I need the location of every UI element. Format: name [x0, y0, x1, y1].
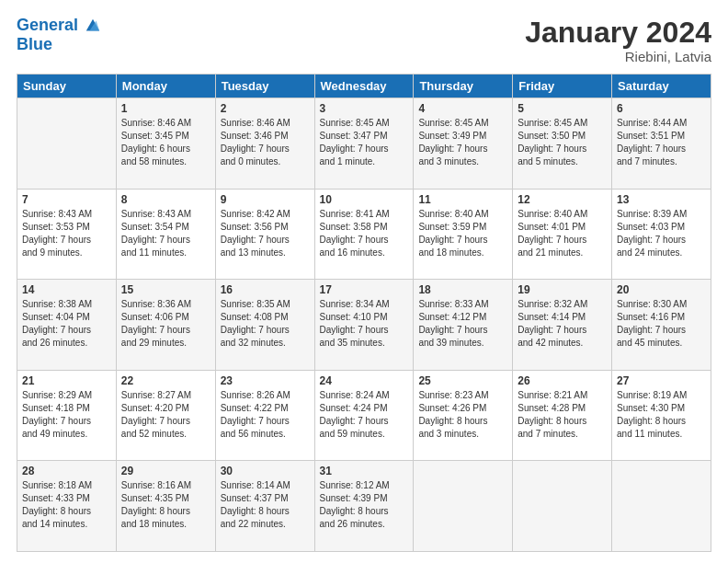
calendar-cell: 23Sunrise: 8:26 AMSunset: 4:22 PMDayligh… — [215, 370, 314, 461]
subtitle: Riebini, Latvia — [525, 49, 711, 64]
day-info: Sunrise: 8:18 AMSunset: 4:33 PMDaylight:… — [22, 479, 111, 531]
logo: General Blue — [17, 17, 101, 54]
day-info: Sunrise: 8:33 AMSunset: 4:12 PMDaylight:… — [418, 298, 507, 350]
day-number: 23 — [221, 374, 310, 387]
day-number: 24 — [320, 374, 409, 387]
calendar-cell: 1Sunrise: 8:46 AMSunset: 3:45 PMDaylight… — [116, 98, 215, 190]
calendar-cell: 29Sunrise: 8:16 AMSunset: 4:35 PMDayligh… — [116, 461, 215, 552]
calendar-cell: 27Sunrise: 8:19 AMSunset: 4:30 PMDayligh… — [612, 370, 711, 461]
calendar-cell: 3Sunrise: 8:45 AMSunset: 3:47 PMDaylight… — [314, 98, 414, 190]
calendar-cell — [17, 98, 117, 190]
day-info: Sunrise: 8:45 AMSunset: 3:50 PMDaylight:… — [518, 117, 607, 168]
day-number: 28 — [22, 465, 111, 477]
day-number: 13 — [617, 193, 706, 206]
day-info: Sunrise: 8:24 AMSunset: 4:24 PMDaylight:… — [320, 389, 409, 441]
day-info: Sunrise: 8:39 AMSunset: 4:03 PMDaylight:… — [617, 208, 706, 259]
calendar-cell: 28Sunrise: 8:18 AMSunset: 4:33 PMDayligh… — [17, 461, 117, 552]
logo-blue: Blue — [17, 35, 101, 54]
calendar-cell: 10Sunrise: 8:41 AMSunset: 3:58 PMDayligh… — [314, 189, 414, 280]
day-info: Sunrise: 8:21 AMSunset: 4:28 PMDaylight:… — [518, 389, 607, 441]
day-number: 19 — [518, 283, 607, 296]
week-row-5: 28Sunrise: 8:18 AMSunset: 4:33 PMDayligh… — [17, 461, 711, 552]
column-header-wednesday: Wednesday — [314, 75, 414, 98]
day-info: Sunrise: 8:29 AMSunset: 4:18 PMDaylight:… — [22, 389, 111, 441]
day-info: Sunrise: 8:46 AMSunset: 3:45 PMDaylight:… — [121, 117, 210, 168]
calendar-cell — [612, 461, 711, 552]
day-number: 21 — [22, 374, 111, 387]
day-number: 16 — [221, 283, 310, 296]
calendar-cell: 25Sunrise: 8:23 AMSunset: 4:26 PMDayligh… — [414, 370, 513, 461]
calendar: SundayMondayTuesdayWednesdayThursdayFrid… — [17, 74, 711, 552]
day-number: 6 — [617, 102, 706, 115]
day-info: Sunrise: 8:30 AMSunset: 4:16 PMDaylight:… — [617, 298, 706, 350]
day-number: 20 — [617, 283, 706, 296]
calendar-cell: 21Sunrise: 8:29 AMSunset: 4:18 PMDayligh… — [17, 370, 117, 461]
day-number: 9 — [221, 193, 310, 206]
day-info: Sunrise: 8:14 AMSunset: 4:37 PMDaylight:… — [221, 479, 310, 531]
day-number: 12 — [518, 193, 607, 206]
day-number: 29 — [121, 465, 210, 477]
day-number: 15 — [121, 283, 210, 296]
day-info: Sunrise: 8:40 AMSunset: 3:59 PMDaylight:… — [418, 208, 507, 259]
page: General Blue January 2024 Riebini, Latvi… — [0, 0, 728, 563]
day-info: Sunrise: 8:32 AMSunset: 4:14 PMDaylight:… — [518, 298, 607, 350]
title-section: January 2024 Riebini, Latvia — [525, 17, 711, 64]
calendar-cell: 5Sunrise: 8:45 AMSunset: 3:50 PMDaylight… — [513, 98, 612, 190]
day-number: 1 — [121, 102, 210, 115]
calendar-cell: 14Sunrise: 8:38 AMSunset: 4:04 PMDayligh… — [17, 280, 117, 371]
column-header-sunday: Sunday — [17, 75, 117, 98]
day-info: Sunrise: 8:40 AMSunset: 4:01 PMDaylight:… — [518, 208, 607, 259]
calendar-cell: 24Sunrise: 8:24 AMSunset: 4:24 PMDayligh… — [314, 370, 414, 461]
calendar-cell: 12Sunrise: 8:40 AMSunset: 4:01 PMDayligh… — [513, 189, 612, 280]
calendar-cell: 20Sunrise: 8:30 AMSunset: 4:16 PMDayligh… — [612, 280, 711, 371]
calendar-cell: 30Sunrise: 8:14 AMSunset: 4:37 PMDayligh… — [215, 461, 314, 552]
column-header-monday: Monday — [116, 75, 215, 98]
day-info: Sunrise: 8:36 AMSunset: 4:06 PMDaylight:… — [121, 298, 210, 350]
day-info: Sunrise: 8:41 AMSunset: 3:58 PMDaylight:… — [320, 208, 409, 259]
day-number: 22 — [121, 374, 210, 387]
column-header-friday: Friday — [513, 75, 612, 98]
day-info: Sunrise: 8:45 AMSunset: 3:49 PMDaylight:… — [418, 117, 507, 168]
calendar-cell: 18Sunrise: 8:33 AMSunset: 4:12 PMDayligh… — [414, 280, 513, 371]
calendar-cell: 17Sunrise: 8:34 AMSunset: 4:10 PMDayligh… — [314, 280, 414, 371]
logo-text: General — [17, 17, 101, 35]
day-info: Sunrise: 8:46 AMSunset: 3:46 PMDaylight:… — [221, 117, 310, 168]
week-row-4: 21Sunrise: 8:29 AMSunset: 4:18 PMDayligh… — [17, 370, 711, 461]
day-number: 5 — [518, 102, 607, 115]
day-info: Sunrise: 8:23 AMSunset: 4:26 PMDaylight:… — [418, 389, 507, 441]
calendar-cell: 19Sunrise: 8:32 AMSunset: 4:14 PMDayligh… — [513, 280, 612, 371]
day-info: Sunrise: 8:34 AMSunset: 4:10 PMDaylight:… — [320, 298, 409, 350]
column-header-tuesday: Tuesday — [215, 75, 314, 98]
day-info: Sunrise: 8:38 AMSunset: 4:04 PMDaylight:… — [22, 298, 111, 350]
calendar-cell — [414, 461, 513, 552]
week-row-2: 7Sunrise: 8:43 AMSunset: 3:53 PMDaylight… — [17, 189, 711, 280]
calendar-cell: 6Sunrise: 8:44 AMSunset: 3:51 PMDaylight… — [612, 98, 711, 190]
day-info: Sunrise: 8:43 AMSunset: 3:53 PMDaylight:… — [22, 208, 111, 259]
week-row-3: 14Sunrise: 8:38 AMSunset: 4:04 PMDayligh… — [17, 280, 711, 371]
day-number: 4 — [418, 102, 507, 115]
calendar-cell — [513, 461, 612, 552]
day-number: 18 — [418, 283, 507, 296]
day-number: 31 — [320, 465, 409, 477]
day-info: Sunrise: 8:43 AMSunset: 3:54 PMDaylight:… — [121, 208, 210, 259]
calendar-cell: 8Sunrise: 8:43 AMSunset: 3:54 PMDaylight… — [116, 189, 215, 280]
day-info: Sunrise: 8:44 AMSunset: 3:51 PMDaylight:… — [617, 117, 706, 168]
calendar-cell: 2Sunrise: 8:46 AMSunset: 3:46 PMDaylight… — [215, 98, 314, 190]
day-number: 30 — [221, 465, 310, 477]
calendar-cell: 22Sunrise: 8:27 AMSunset: 4:20 PMDayligh… — [116, 370, 215, 461]
column-header-saturday: Saturday — [612, 75, 711, 98]
day-number: 26 — [518, 374, 607, 387]
day-info: Sunrise: 8:26 AMSunset: 4:22 PMDaylight:… — [221, 389, 310, 441]
calendar-cell: 13Sunrise: 8:39 AMSunset: 4:03 PMDayligh… — [612, 189, 711, 280]
day-number: 27 — [617, 374, 706, 387]
calendar-cell: 9Sunrise: 8:42 AMSunset: 3:56 PMDaylight… — [215, 189, 314, 280]
calendar-cell: 26Sunrise: 8:21 AMSunset: 4:28 PMDayligh… — [513, 370, 612, 461]
day-number: 8 — [121, 193, 210, 206]
calendar-cell: 15Sunrise: 8:36 AMSunset: 4:06 PMDayligh… — [116, 280, 215, 371]
day-number: 25 — [418, 374, 507, 387]
calendar-cell: 31Sunrise: 8:12 AMSunset: 4:39 PMDayligh… — [314, 461, 414, 552]
main-title: January 2024 — [525, 17, 711, 49]
day-number: 17 — [320, 283, 409, 296]
calendar-header-row: SundayMondayTuesdayWednesdayThursdayFrid… — [17, 75, 711, 98]
calendar-cell: 4Sunrise: 8:45 AMSunset: 3:49 PMDaylight… — [414, 98, 513, 190]
